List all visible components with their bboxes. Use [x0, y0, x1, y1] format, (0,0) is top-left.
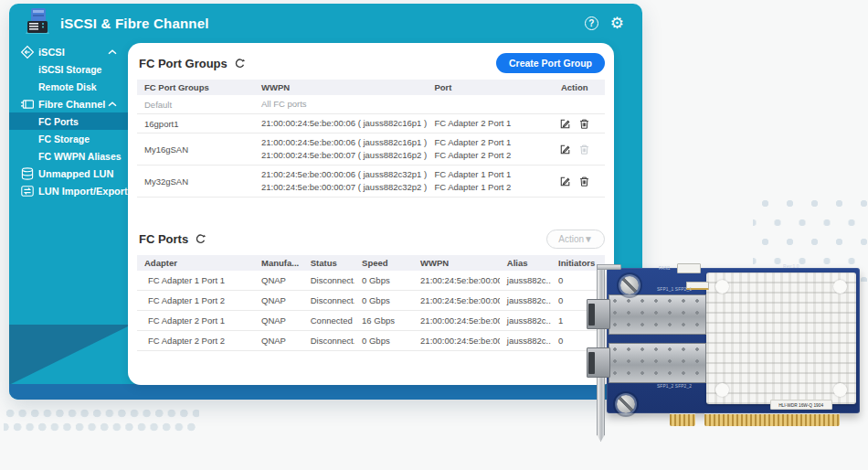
fc-port-cell: 0 Gbps	[355, 291, 413, 311]
sidebar-item-fc-ports[interactable]: FC Ports	[9, 112, 128, 130]
port-group-port: FC Adapter 2 Port 1FC Adapter 2 Port 2	[427, 134, 544, 166]
port-groups-header-row: FC Port GroupsWWPNPortAction	[137, 80, 605, 95]
chevron-up-icon[interactable]	[108, 49, 117, 55]
sidebar-item-unmapped-lun[interactable]: Unmapped LUN	[9, 165, 128, 182]
port-groups-section-header: FC Port Groups Create Port Group	[128, 43, 614, 80]
sidebar-item-label: FC Ports	[38, 116, 79, 127]
delete-port-group-button	[578, 144, 590, 155]
fc-port-cell: 21:00:24:5e:be:00:00...	[413, 291, 500, 311]
sidebar-item-iscsi[interactable]: iSCSI	[9, 43, 128, 60]
fc-port-cell: QNAP	[254, 331, 303, 351]
help-icon[interactable]: ?	[585, 16, 598, 30]
heatsink-pad	[833, 280, 847, 294]
sidebar-item-fc-wwpn-aliases[interactable]: FC WWPN Aliases	[9, 147, 128, 165]
port-group-port: FC Adapter 2 Port 1	[427, 114, 544, 134]
delete-port-group-button[interactable]	[578, 176, 590, 187]
sidebar-item-remote-disk[interactable]: Remote Disk	[9, 78, 128, 95]
edit-port-group-button[interactable]	[559, 176, 571, 187]
port-group-wwpn: 21:00:00:24:5e:be:00:06 ( jauss882c16p1 …	[254, 114, 427, 134]
sidebar-item-fc-storage[interactable]: FC Storage	[9, 130, 128, 147]
fc-port-cell: 21:00:00:24:5e:be:00...	[413, 311, 500, 331]
fc-port-cell: QNAP	[254, 291, 303, 311]
part-number-label: HLI-WDR 16W-Q 1904	[770, 400, 832, 410]
port-group-row: My32gSAN21:00:24:5e:be:00:00:06 ( jauss8…	[137, 166, 605, 198]
settings-gear-icon[interactable]: ⚙	[610, 16, 624, 31]
fc-port-cell: FC Adapter 2 Port 1	[137, 311, 254, 331]
fc-port-cell: 16 Gbps	[355, 311, 413, 331]
port-group-name: Default	[137, 95, 254, 114]
port-group-actions	[544, 134, 605, 166]
refresh-icon[interactable]	[234, 58, 246, 69]
fc-port-cell: Disconnect...	[303, 331, 355, 351]
heatsink-pad	[833, 383, 847, 397]
column-header: WWPN	[254, 80, 427, 95]
card-bracket-hook	[597, 264, 621, 270]
fc-port-cell: FC Adapter 2 Port 2	[137, 331, 254, 351]
lunio-icon	[20, 184, 35, 198]
nas-app-icon	[23, 6, 52, 41]
column-header: Manufa...	[254, 255, 303, 271]
port-group-actions	[544, 114, 605, 134]
fc-ports-section-header: FC Ports Action▼	[128, 221, 614, 255]
sidebar-item-fibre-channel[interactable]: Fibre Channel	[9, 95, 128, 112]
fc-port-cell: 0 Gbps	[355, 331, 413, 351]
sfp-cage-bottom	[609, 343, 706, 383]
fc-ports-body: FC Adapter 1 Port 1QNAPDisconnect...0 Gb…	[137, 271, 605, 351]
fan-silkscreen-label: FAN1	[659, 266, 671, 271]
sidebar-item-iscsi-storage[interactable]: iSCSI Storage	[9, 60, 128, 78]
fc-ports-title: FC Ports	[139, 232, 188, 246]
port-group-row: My16gSAN21:00:00:24:5e:be:00:06 ( jauss8…	[137, 134, 605, 166]
action-dropdown-button[interactable]: Action▼	[546, 230, 605, 249]
decorative-dots-bottom-left	[4, 409, 199, 440]
column-header: Status	[303, 255, 355, 271]
fc-port-cell: jauss882c...	[500, 311, 551, 331]
port-groups-table: FC Port GroupsWWPNPortAction DefaultAll …	[137, 80, 605, 198]
lun-icon	[20, 166, 35, 181]
card-heatsink	[706, 272, 856, 404]
sidebar-item-lun-import-export[interactable]: LUN Import/Export	[9, 182, 128, 199]
create-port-group-button[interactable]: Create Port Group	[496, 53, 605, 73]
port-group-name: 16gport1	[137, 114, 254, 134]
fibre-icon	[20, 97, 35, 112]
sidebar-item-label: iSCSI	[38, 47, 65, 58]
fc-port-cell: Disconnect...	[303, 271, 355, 291]
sidebar-item-label: FC WWPN Aliases	[38, 151, 122, 162]
content-panel: FC Port Groups Create Port Group FC Port…	[128, 43, 614, 385]
refresh-icon[interactable]	[195, 233, 206, 245]
fc-adapter-card-photo: Rev:1.0 FAN1 SFP1_1 SFP2_1 SFP1_2 SFP2_2…	[589, 262, 865, 446]
port-group-row: 16gport121:00:00:24:5e:be:00:06 ( jauss8…	[137, 114, 605, 134]
port-group-wwpn: 21:00:00:24:5e:be:00:06 ( jauss882c16p1 …	[254, 134, 427, 166]
rev-silkscreen-label: Rev:1.0	[783, 264, 799, 269]
fc-port-row[interactable]: FC Adapter 1 Port 2QNAPDisconnect...0 Gb…	[137, 291, 605, 311]
delete-port-group-button[interactable]	[578, 118, 590, 130]
port-groups-body: DefaultAll FC ports16gport121:00:00:24:5…	[137, 95, 605, 198]
column-header: WWPN	[413, 255, 500, 271]
edit-port-group-button[interactable]	[559, 144, 571, 155]
column-header: Alias	[500, 255, 551, 271]
port-group-actions	[544, 95, 605, 114]
column-header: Action	[544, 80, 605, 95]
pcb-screw	[617, 395, 635, 413]
port-group-name: My32gSAN	[137, 166, 254, 198]
pcie-fingers-long	[704, 413, 840, 426]
window-corner-fold	[9, 325, 132, 385]
fc-port-row[interactable]: FC Adapter 1 Port 1QNAPDisconnect...0 Gb…	[137, 271, 605, 291]
port-group-actions	[544, 166, 605, 198]
fc-port-cell: QNAP	[254, 311, 303, 331]
column-header: Adapter	[137, 255, 254, 271]
fc-port-cell: Disconnect...	[303, 291, 355, 311]
chevron-up-icon[interactable]	[108, 101, 117, 107]
sidebar: iSCSIiSCSI StorageRemote DiskFibre Chann…	[9, 43, 128, 199]
sidebar-item-label: Unmapped LUN	[38, 168, 114, 179]
fc-port-row[interactable]: FC Adapter 2 Port 1QNAPConnected16 Gbps2…	[137, 311, 605, 331]
sfp-top-silkscreen-label: SFP1_1 SFP2_1	[657, 287, 692, 292]
port-group-wwpn: 21:00:24:5e:be:00:00:06 ( jauss882c32p1 …	[254, 166, 427, 198]
column-header: Speed	[355, 255, 413, 271]
edit-port-group-button[interactable]	[559, 118, 571, 130]
port-group-row: DefaultAll FC ports	[137, 95, 605, 114]
fc-port-row[interactable]: FC Adapter 2 Port 2QNAPDisconnect...0 Gb…	[137, 331, 605, 351]
fc-port-cell: jauss882c...	[500, 291, 551, 311]
fc-ports-header-row: AdapterManufa...StatusSpeedWWPNAliasInit…	[137, 255, 605, 271]
window-bottom-strip	[9, 384, 642, 400]
port-group-port	[427, 95, 544, 114]
